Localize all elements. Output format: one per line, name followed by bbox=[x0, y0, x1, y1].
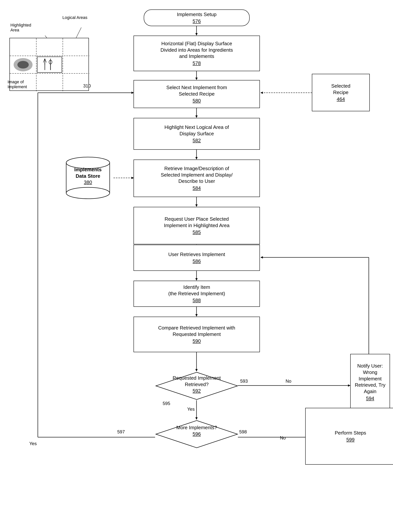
request-user-box: Request User Place SelectedImplement in … bbox=[133, 207, 260, 244]
identify-item-num: 588 bbox=[192, 298, 201, 303]
ref-598: 598 bbox=[239, 429, 247, 435]
highlight-next-box: Highlight Next Logical Area ofDisplay Su… bbox=[133, 118, 260, 150]
svg-marker-17 bbox=[195, 369, 198, 372]
implements-setup-label: Implements Setup bbox=[177, 11, 216, 18]
svg-marker-3 bbox=[195, 78, 198, 80]
svg-point-51 bbox=[17, 61, 29, 69]
highlight-next-label: Highlight Next Logical Area ofDisplay Su… bbox=[164, 124, 229, 137]
no-label-596: No bbox=[280, 435, 286, 441]
perform-steps-label: Perform Steps bbox=[335, 430, 366, 436]
implements-setup-num: 576 bbox=[192, 18, 201, 24]
highlighted-area-label: Highlighted Area bbox=[10, 23, 41, 33]
horizontal-display-box: Horizontal (Flat) Display SurfaceDivided… bbox=[133, 35, 260, 71]
select-next-box: Select Next Implement fromSelected Recip… bbox=[133, 80, 260, 108]
svg-marker-36 bbox=[260, 256, 263, 259]
svg-marker-13 bbox=[195, 278, 198, 281]
implements-data-store: ImplementsData Store 380 bbox=[64, 155, 112, 201]
data-store-num: 380 bbox=[84, 179, 92, 185]
perform-steps-num: 599 bbox=[346, 437, 354, 443]
svg-point-45 bbox=[66, 187, 110, 199]
user-retrieves-box: User Retrieves Implement 586 bbox=[133, 245, 260, 271]
svg-marker-5 bbox=[195, 115, 198, 118]
svg-marker-15 bbox=[195, 314, 198, 317]
identify-item-box: Identify Item(the Retrieved Implement) 5… bbox=[133, 281, 260, 307]
user-retrieves-label: User Retrieves Implement bbox=[168, 251, 225, 258]
notify-user-num: 594 bbox=[366, 396, 374, 401]
horizontal-display-num: 578 bbox=[192, 60, 201, 66]
svg-marker-28 bbox=[260, 92, 263, 94]
identify-item-label: Identify Item(the Retrieved Implement) bbox=[168, 284, 225, 297]
select-next-num: 580 bbox=[192, 98, 201, 104]
user-retrieves-num: 586 bbox=[192, 258, 201, 264]
diamond-592: Requested Implement Retrieved? 592 bbox=[155, 372, 238, 400]
compare-retrieved-box: Compare Retrieved Implement withRequeste… bbox=[133, 317, 260, 352]
svg-marker-9 bbox=[195, 204, 198, 207]
perform-steps-box: Perform Steps 599 bbox=[305, 408, 393, 465]
select-next-label: Select Next Implement fromSelected Recip… bbox=[167, 85, 227, 97]
image-of-implement-label: Image of Implement bbox=[8, 80, 38, 89]
selected-recipe-box: SelectedRecipe 464 bbox=[312, 74, 370, 111]
horizontal-display-label: Horizontal (Flat) Display SurfaceDivided… bbox=[161, 40, 233, 60]
svg-marker-19 bbox=[195, 417, 198, 420]
diamond-596: More Implements? 596 bbox=[155, 420, 238, 448]
retrieve-image-box: Retrieve Image/Description ofSelected Im… bbox=[133, 159, 260, 197]
notify-user-box: Notify User: WrongImplementRetrieved, Tr… bbox=[350, 354, 390, 410]
selected-recipe-num: 464 bbox=[337, 96, 345, 102]
yes-label-596: Yes bbox=[29, 441, 37, 446]
compare-retrieved-num: 590 bbox=[192, 338, 201, 344]
data-store-label: ImplementsData Store bbox=[74, 167, 102, 179]
svg-marker-7 bbox=[195, 157, 198, 159]
svg-marker-41 bbox=[156, 372, 238, 399]
yes-595: 595 bbox=[163, 401, 170, 406]
svg-marker-1 bbox=[195, 33, 198, 35]
no-label-593: No bbox=[285, 378, 291, 384]
ref-597: 597 bbox=[117, 429, 125, 435]
retrieve-image-label: Retrieve Image/Description ofSelected Im… bbox=[161, 165, 233, 184]
yes-label-595: Yes bbox=[187, 407, 195, 412]
diagram-container: Implements Setup 576 Horizontal (Flat) D… bbox=[0, 0, 393, 532]
ref-310-label: 310 bbox=[83, 83, 91, 89]
request-user-num: 585 bbox=[192, 229, 201, 235]
request-user-label: Request User Place SelectedImplement in … bbox=[164, 216, 230, 229]
svg-marker-42 bbox=[156, 421, 238, 448]
compare-retrieved-label: Compare Retrieved Implement withRequeste… bbox=[158, 325, 235, 338]
implements-setup-box: Implements Setup 576 bbox=[144, 10, 250, 26]
highlight-next-num: 582 bbox=[192, 138, 201, 144]
logical-areas-label: Logical Areas bbox=[62, 15, 93, 20]
ref-593: 593 bbox=[240, 378, 248, 384]
svg-rect-52 bbox=[37, 57, 62, 73]
retrieve-image-num: 584 bbox=[192, 185, 201, 191]
notify-user-label: Notify User: WrongImplementRetrieved, Tr… bbox=[353, 363, 387, 395]
selected-recipe-label: SelectedRecipe bbox=[331, 83, 350, 96]
